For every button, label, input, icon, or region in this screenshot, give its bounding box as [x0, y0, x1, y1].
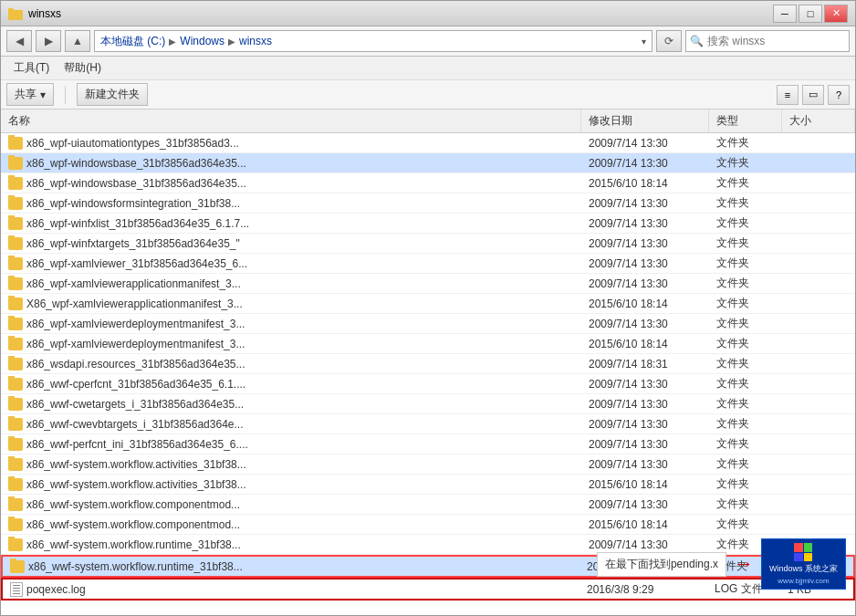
table-row[interactable]: x86_wwf-perfcnt_ini_31bf3856ad364e35_6..… — [1, 434, 855, 454]
file-size-cell — [780, 565, 853, 569]
log-file-icon — [10, 582, 23, 597]
table-row[interactable]: x86_wpf-windowsbase_31bf3856ad364e35...2… — [1, 153, 855, 173]
file-name-text: x86_wwf-system.workflow.runtime_31bf38..… — [28, 560, 243, 573]
folder-icon — [8, 197, 23, 210]
col-header-name[interactable]: 名称 — [1, 110, 581, 132]
file-name-cell: x86_wwf-system.workflow.activities_31bf3… — [1, 476, 581, 493]
table-row[interactable]: x86_wwf-cwevbtargets_i_31bf3856ad364e...… — [1, 414, 855, 434]
breadcrumb-sep-1: ▶ — [169, 37, 176, 47]
file-name-cell: x86_wpf-winfxtargets_31bf3856ad364e35_" — [1, 235, 581, 252]
file-name-text: X86_wpf-xamlviewerapplicationmanifest_3.… — [26, 298, 243, 310]
file-name-text: x86_wwf-perfcnt_ini_31bf3856ad364e35_6..… — [26, 438, 248, 451]
file-size-cell — [782, 262, 855, 266]
file-name-text: x86_wpf-windowsformsintegration_31bf38..… — [26, 197, 240, 210]
up-button[interactable]: ▲ — [65, 30, 90, 52]
new-folder-button[interactable]: 新建文件夹 — [77, 83, 148, 106]
folder-icon — [8, 298, 23, 310]
title-bar-controls: ─ □ ✕ — [773, 5, 848, 23]
file-name-cell: x86_wpf-xamlviewerapplicationmanifest_3.… — [1, 276, 581, 292]
folder-icon — [8, 237, 23, 250]
file-size-cell — [782, 222, 855, 225]
file-type-cell: 文件夹 — [709, 274, 782, 293]
menu-tools[interactable]: 工具(T) — [6, 58, 57, 78]
table-row[interactable]: x86_wpf-windowsbase_31bf3856ad364e35...2… — [1, 173, 855, 193]
window-frame: winsxs ─ □ ✕ ◀ ▶ ▲ 本地磁盘 (C:) ▶ Windows ▶… — [0, 0, 856, 616]
file-date-cell: 2009/7/14 13:30 — [581, 155, 709, 172]
breadcrumb-local-disk[interactable]: 本地磁盘 (C:) — [100, 34, 165, 49]
main-area: 名称 修改日期 类型 大小 x86_wpf-uiautomationtypes_… — [1, 110, 855, 615]
search-icon: 🔍 — [690, 35, 704, 47]
file-date-cell: 2009/7/14 13:30 — [581, 316, 709, 332]
file-size-cell — [782, 182, 855, 185]
folder-icon — [8, 338, 23, 350]
file-type-cell: 文件夹 — [709, 214, 782, 233]
folder-icon — [8, 498, 23, 511]
table-row[interactable]: x86_wwf-system.workflow.activities_31bf3… — [1, 475, 855, 495]
file-date-cell: 2009/7/14 13:30 — [581, 456, 709, 473]
file-type-cell: 文件夹 — [709, 254, 782, 273]
breadcrumb-winsxs[interactable]: winsxs — [239, 35, 272, 47]
col-header-date[interactable]: 修改日期 — [581, 110, 709, 132]
share-button[interactable]: 共享 ▾ — [6, 83, 54, 106]
folder-icon — [8, 398, 23, 411]
table-row[interactable]: x86_wwf-system.workflow.activities_31bf3… — [1, 454, 855, 475]
breadcrumb-windows[interactable]: Windows — [180, 35, 224, 47]
view-toggle-button[interactable]: ≡ — [777, 85, 799, 105]
toolbar-separator — [65, 86, 66, 104]
table-row[interactable]: x86_wpf-xamlviewerdeploymentmanifest_3..… — [1, 334, 855, 354]
table-row[interactable]: x86_wpf-winfxtargets_31bf3856ad364e35_"2… — [1, 234, 855, 254]
table-row[interactable]: x86_wwf-system.workflow.runtime_31bf38..… — [1, 555, 855, 578]
close-button[interactable]: ✕ — [824, 5, 848, 23]
table-row[interactable]: x86_wpf-xamlviewerapplicationmanifest_3.… — [1, 274, 855, 294]
table-row[interactable]: x86_wwf-cperfcnt_31bf3856ad364e35_6.1...… — [1, 374, 855, 394]
file-date-cell: 2009/7/14 13:30 — [581, 376, 709, 392]
table-row[interactable]: x86_wpf-uiautomationtypes_31bf3856ad3...… — [1, 133, 855, 153]
file-name-cell: x86_wwf-system.workflow.runtime_31bf38..… — [1, 537, 581, 553]
file-list[interactable]: 名称 修改日期 类型 大小 x86_wpf-uiautomationtypes_… — [1, 110, 855, 615]
file-name-text: x86_wpf-xamlviewer_31bf3856ad364e35_6... — [26, 257, 247, 270]
file-date-cell: 2015/6/10 18:14 — [581, 517, 709, 533]
table-row[interactable]: X86_wpf-xamlviewerapplicationmanifest_3.… — [1, 294, 855, 314]
pane-button[interactable]: ▭ — [802, 85, 824, 105]
table-row[interactable]: x86_wsdapi.resources_31bf3856ad364e35...… — [1, 354, 855, 374]
folder-icon — [8, 458, 23, 471]
file-name-text: x86_wpf-windowsbase_31bf3856ad364e35... — [26, 177, 246, 190]
table-row[interactable]: x86_wwf-system.workflow.runtime_31bf38..… — [1, 535, 855, 555]
file-size-cell — [782, 282, 855, 286]
menu-help[interactable]: 帮助(H) — [57, 58, 109, 78]
folder-icon — [10, 560, 25, 573]
menu-bar: 工具(T) 帮助(H) — [1, 57, 855, 80]
table-row[interactable]: x86_wpf-winfxlist_31bf3856ad364e35_6.1.7… — [1, 214, 855, 234]
forward-button[interactable]: ▶ — [36, 30, 61, 52]
minimize-button[interactable]: ─ — [773, 5, 797, 23]
file-name-cell: x86_wwf-system.workflow.runtime_31bf38..… — [3, 559, 579, 575]
col-header-type[interactable]: 类型 — [709, 110, 782, 132]
file-date-cell: 2015/6/10 18:14 — [581, 476, 709, 493]
table-row[interactable]: x86_wwf-system.workflow.componentmod...2… — [1, 495, 855, 515]
file-type-cell: LOG 文件 — [707, 579, 780, 599]
file-date-cell: 2009/7/14 13:30 — [581, 496, 709, 513]
table-row[interactable]: x86_wpf-xamlviewerdeploymentmanifest_3..… — [1, 314, 855, 334]
help-button[interactable]: ? — [828, 85, 850, 105]
table-row[interactable]: x86_wwf-cwetargets_i_31bf3856ad364e35...… — [1, 394, 855, 414]
table-row[interactable]: poqexec.log2016/3/8 9:29LOG 文件1 KB — [1, 578, 855, 600]
file-size-cell — [782, 483, 855, 486]
col-header-size[interactable]: 大小 — [782, 110, 855, 132]
file-name-cell: poqexec.log — [3, 580, 579, 599]
file-size-cell — [782, 302, 855, 306]
svg-rect-1 — [8, 8, 14, 11]
file-size-cell — [782, 362, 855, 366]
refresh-button[interactable]: ⟳ — [656, 30, 682, 52]
address-dropdown-button[interactable]: ▾ — [642, 37, 646, 47]
table-row[interactable]: x86_wwf-system.workflow.componentmod...2… — [1, 515, 855, 535]
table-row[interactable]: x86_wpf-xamlviewer_31bf3856ad364e35_6...… — [1, 254, 855, 274]
file-name-cell: X86_wpf-xamlviewerapplicationmanifest_3.… — [1, 296, 581, 312]
file-date-cell: 2009/7/14 13:30 — [581, 256, 709, 272]
address-bar: ◀ ▶ ▲ 本地磁盘 (C:) ▶ Windows ▶ winsxs ▾ ⟳ 🔍 — [1, 26, 855, 57]
maximize-button[interactable]: □ — [799, 5, 822, 23]
back-button[interactable]: ◀ — [6, 30, 32, 52]
table-row[interactable]: x86_wpf-windowsformsintegration_31bf38..… — [1, 193, 855, 214]
file-date-cell: 2009/7/14 13:30 — [581, 195, 709, 212]
folder-icon — [8, 277, 23, 290]
search-input[interactable] — [707, 35, 835, 47]
